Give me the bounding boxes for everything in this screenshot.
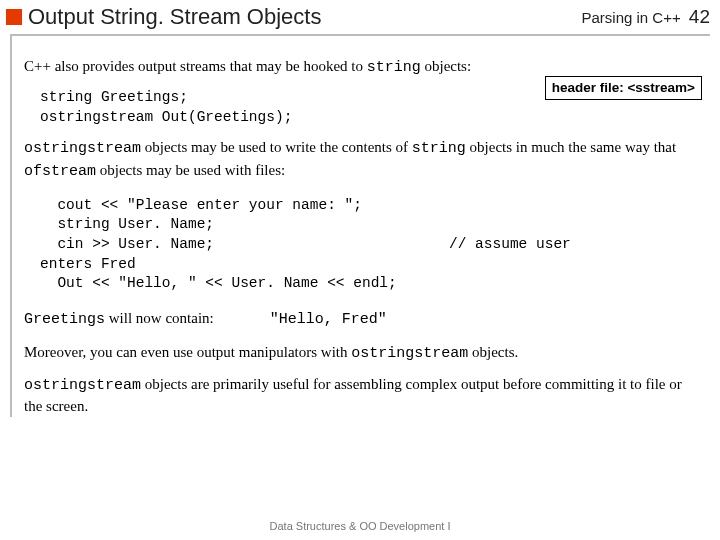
bullet-icon — [6, 9, 22, 25]
course-name: Parsing in C++ — [581, 9, 680, 26]
slide-footer: Data Structures & OO Development I — [0, 520, 720, 532]
slide-header: Output String. Stream Objects Parsing in… — [0, 0, 720, 32]
usage-paragraph: ostringstream objects may be used to wri… — [24, 137, 702, 182]
slide-body: C++ also provides output streams that ma… — [10, 36, 710, 417]
result-label: Greetings will now contain: — [24, 308, 214, 330]
result-line: Greetings will now contain: "Hello, Fred… — [24, 308, 702, 330]
slide-title: Output String. Stream Objects — [28, 4, 321, 30]
intro-text-pre: C++ also provides output streams that ma… — [24, 58, 367, 74]
p2-code3: ofstream — [24, 163, 96, 180]
intro-text-post: objects: — [421, 58, 471, 74]
intro-code: string — [367, 59, 421, 76]
p2-code1: ostringstream — [24, 140, 141, 157]
p2-text3: objects may be used with files: — [96, 162, 285, 178]
p2-code2: string — [412, 140, 466, 157]
result-value: "Hello, Fred" — [270, 310, 387, 330]
p3-text2: objects. — [468, 344, 518, 360]
p3-code1: ostringstream — [351, 345, 468, 362]
result-text: will now contain: — [105, 310, 214, 326]
page-number: 42 — [689, 6, 710, 27]
p3-text1: Moreover, you can even use output manipu… — [24, 344, 351, 360]
header-file-box: header file: <sstream> — [545, 76, 702, 100]
intro-paragraph: C++ also provides output streams that ma… — [24, 56, 702, 78]
summary-paragraph: ostringstream objects are primarily usef… — [24, 374, 702, 417]
example-code: cout << "Please enter your name: "; stri… — [40, 196, 702, 294]
title-group: Output String. Stream Objects — [6, 4, 321, 30]
greetings-var: Greetings — [24, 311, 105, 328]
p2-text2: objects in much the same way that — [466, 139, 676, 155]
header-right: Parsing in C++ 42 — [581, 6, 710, 28]
manipulators-paragraph: Moreover, you can even use output manipu… — [24, 342, 702, 364]
p4-code1: ostringstream — [24, 377, 141, 394]
p2-text1: objects may be used to write the content… — [141, 139, 412, 155]
